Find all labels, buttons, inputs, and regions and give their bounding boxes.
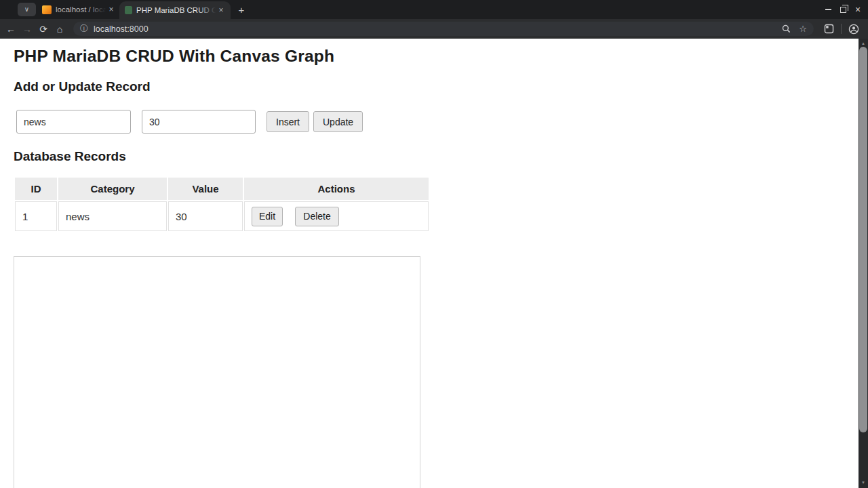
close-tab-icon[interactable]: × xyxy=(106,4,117,15)
cell-category: news xyxy=(58,201,167,231)
scroll-down-icon[interactable]: ▼ xyxy=(859,479,868,487)
page-scrollbar[interactable]: ▲ ▼ xyxy=(859,39,868,488)
records-table: ID Category Value Actions 1 news 30 Edit… xyxy=(14,176,430,232)
cell-value: 30 xyxy=(168,201,243,231)
cell-actions: Edit Delete xyxy=(244,201,429,231)
tab-crud-app[interactable]: PHP MariaDB CRUD Ca × xyxy=(119,1,231,19)
minimize-icon xyxy=(825,9,831,10)
tab-strip: ∨ localhost / localhost / × PHP MariaDB … xyxy=(0,0,868,19)
reload-button[interactable]: ⟳ xyxy=(35,21,52,37)
delete-button[interactable]: Delete xyxy=(295,207,338,226)
restore-icon xyxy=(840,7,846,13)
value-input[interactable] xyxy=(142,110,256,134)
page-title: PHP MariaDB CRUD With Canvas Graph xyxy=(14,47,334,66)
url-text[interactable]: localhost:8000 xyxy=(94,24,149,34)
site-info-icon[interactable]: ⓘ xyxy=(80,23,88,35)
minimize-button[interactable] xyxy=(821,2,835,17)
window-controls: × xyxy=(821,0,865,19)
header-value: Value xyxy=(168,178,243,200)
header-id: ID xyxy=(15,178,57,200)
page-favicon-icon xyxy=(125,6,132,14)
browser-menu-icon[interactable]: ⋮ xyxy=(865,22,868,37)
insert-button[interactable]: Insert xyxy=(267,111,309,132)
home-button[interactable]: ⌂ xyxy=(52,21,68,37)
close-window-button[interactable]: × xyxy=(850,2,865,17)
tab-title: PHP MariaDB CRUD Ca xyxy=(136,6,216,14)
add-update-heading: Add or Update Record xyxy=(14,79,151,94)
category-input[interactable] xyxy=(16,110,131,134)
side-panel-icon[interactable] xyxy=(821,22,836,37)
table-header-row: ID Category Value Actions xyxy=(15,178,429,200)
update-button[interactable]: Update xyxy=(313,111,363,132)
tab-title: localhost / localhost / xyxy=(56,5,106,14)
profile-avatar-icon[interactable] xyxy=(846,22,861,37)
edit-button[interactable]: Edit xyxy=(252,207,283,226)
toolbar-right-icons: ⋮ xyxy=(819,22,868,37)
header-actions: Actions xyxy=(244,178,429,200)
graph-canvas xyxy=(14,256,420,488)
toolbar-separator xyxy=(841,24,842,34)
scrollbar-thumb[interactable] xyxy=(859,47,867,432)
address-bar[interactable]: ⓘ localhost:8000 ☆ xyxy=(73,22,814,36)
tab-search-button[interactable]: ∨ xyxy=(18,3,36,16)
cell-id: 1 xyxy=(15,201,57,231)
tab-phpmyadmin[interactable]: localhost / localhost / × xyxy=(37,0,121,19)
header-category: Category xyxy=(58,178,167,200)
table-row: 1 news 30 Edit Delete xyxy=(15,201,429,231)
page-content: PHP MariaDB CRUD With Canvas Graph Add o… xyxy=(0,39,868,488)
restore-button[interactable] xyxy=(835,2,850,17)
phpmyadmin-favicon-icon xyxy=(42,5,52,14)
browser-window: ∨ localhost / localhost / × PHP MariaDB … xyxy=(0,0,868,488)
back-button[interactable]: ← xyxy=(3,21,19,37)
database-records-heading: Database Records xyxy=(14,149,126,164)
close-tab-icon[interactable]: × xyxy=(216,5,226,16)
new-tab-button[interactable]: + xyxy=(235,3,248,16)
zoom-magnifier-icon[interactable] xyxy=(782,24,791,33)
close-icon: × xyxy=(855,5,861,14)
chevron-down-icon: ∨ xyxy=(24,6,29,13)
browser-toolbar: ← → ⟳ ⌂ ⓘ localhost:8000 ☆ ⋮ xyxy=(0,19,868,39)
bookmark-star-icon[interactable]: ☆ xyxy=(799,24,807,34)
forward-button[interactable]: → xyxy=(19,21,35,37)
